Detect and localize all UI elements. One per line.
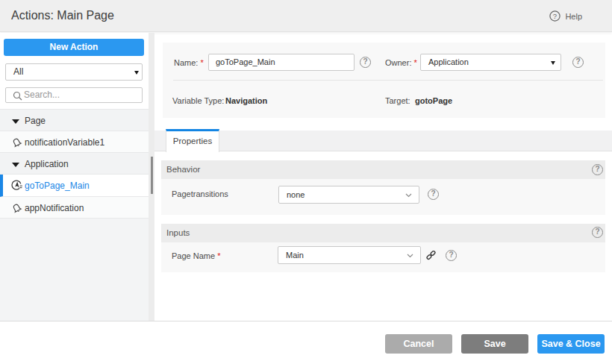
svg-text:?: ? — [553, 12, 557, 20]
